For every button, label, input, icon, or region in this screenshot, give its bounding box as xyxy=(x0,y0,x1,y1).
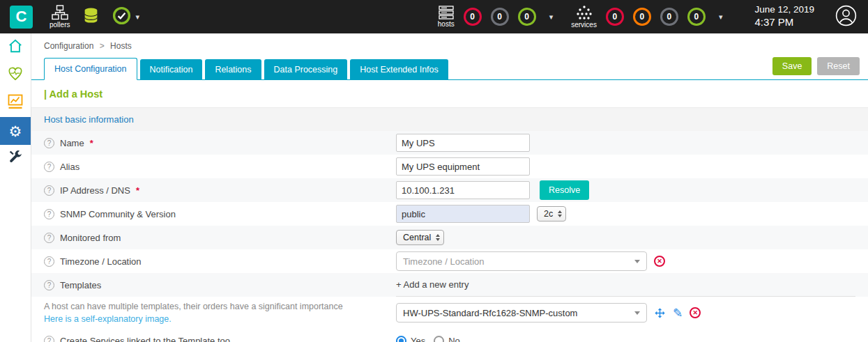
help-icon[interactable]: ? xyxy=(44,138,54,148)
services-icon xyxy=(576,5,593,20)
add-template-entry-link[interactable]: + Add a new entry xyxy=(396,279,469,290)
breadcrumb-hosts[interactable]: Hosts xyxy=(110,41,132,51)
templates-help-block: A host can have multiple templates, thei… xyxy=(44,301,396,325)
monitored-from-label-cell: ? Monitored from xyxy=(44,233,396,243)
required-marker: * xyxy=(136,185,139,196)
sidebar-item-administration[interactable] xyxy=(0,145,31,173)
section-host-basic-information: Host basic information xyxy=(31,107,868,131)
ip-input[interactable] xyxy=(396,181,530,199)
templates-help-link[interactable]: Here is a self-explanatory image. xyxy=(44,313,172,325)
platform-status-menu[interactable]: ▾ xyxy=(112,6,139,28)
tab-relations[interactable]: Relations xyxy=(205,59,261,79)
radio-yes[interactable] xyxy=(396,336,406,342)
topbar: C pollers ▾ hosts 0 0 0 ▾ xyxy=(0,0,868,33)
sidebar-item-home[interactable] xyxy=(0,33,31,61)
form-row-name: ? Name * xyxy=(31,131,868,155)
create-services-radio-group: Yes No xyxy=(396,336,855,342)
clock: June 12, 2019 4:37 PM xyxy=(754,4,814,29)
name-label: Name xyxy=(60,138,84,148)
create-services-label: Create Services linked to the Template t… xyxy=(60,336,230,342)
timezone-label: Timezone / Location xyxy=(60,256,142,267)
tab-host-configuration[interactable]: Host Configuration xyxy=(44,58,137,80)
help-icon[interactable]: ? xyxy=(44,280,54,290)
help-icon[interactable]: ? xyxy=(44,336,54,342)
centreon-logo-letter: C xyxy=(16,8,27,26)
breadcrumb-configuration[interactable]: Configuration xyxy=(44,41,93,51)
select-stepper-icon xyxy=(436,234,440,241)
tabbar: Host Configuration Notification Relation… xyxy=(31,57,868,80)
resolve-button[interactable]: Resolve xyxy=(540,180,589,200)
ip-label: IP Address / DNS xyxy=(60,185,130,196)
current-time: 4:37 PM xyxy=(754,16,814,29)
chevron-down-icon[interactable]: ▾ xyxy=(549,13,554,22)
breadcrumb: Configuration > Hosts xyxy=(31,33,868,57)
snmp-version-value: 2c xyxy=(544,209,553,219)
chevron-down-icon[interactable]: ▾ xyxy=(719,13,723,22)
templates-help-text: A host can have multiple templates, thei… xyxy=(44,301,396,313)
home-icon xyxy=(8,38,23,56)
services-critical-badge[interactable]: 0 xyxy=(606,8,624,26)
snmp-version-select[interactable]: 2c xyxy=(537,206,566,221)
sidebar-item-configuration[interactable]: ⚙ xyxy=(0,117,31,145)
chart-icon xyxy=(8,94,23,112)
hosts-unreachable-badge[interactable]: 0 xyxy=(491,8,509,26)
pollers-menu[interactable]: pollers xyxy=(50,5,70,29)
help-icon[interactable]: ? xyxy=(44,233,54,243)
form-actions: Save Reset xyxy=(772,57,860,79)
template-select[interactable]: HW-UPS-Standard-Rfc1628-SNMP-custom xyxy=(396,303,647,322)
hosts-status-group: hosts 0 0 0 ▾ xyxy=(438,6,553,28)
hosts-label: hosts xyxy=(438,20,455,28)
help-icon[interactable]: ? xyxy=(44,185,54,196)
services-ok-badge[interactable]: 0 xyxy=(687,8,706,26)
hosts-menu[interactable]: hosts xyxy=(438,6,455,28)
alias-input[interactable] xyxy=(396,157,530,176)
delete-template-icon[interactable]: ✕ xyxy=(690,307,701,318)
timezone-placeholder: Timezone / Location xyxy=(403,256,485,267)
sidebar: ⚙ xyxy=(0,33,31,342)
move-template-icon[interactable] xyxy=(654,307,666,319)
radio-no-label[interactable]: No xyxy=(448,336,460,342)
breadcrumb-separator: > xyxy=(100,41,105,51)
services-menu[interactable]: services xyxy=(571,5,597,29)
name-input[interactable] xyxy=(396,134,530,152)
form-row-snmp: ? SNMP Community & Version 2c xyxy=(31,202,868,226)
chevron-down-icon[interactable]: ▾ xyxy=(135,13,139,22)
sidebar-item-reporting[interactable] xyxy=(0,89,31,117)
hosts-up-badge[interactable]: 0 xyxy=(518,8,536,26)
form-row-monitored-from: ? Monitored from Central xyxy=(31,226,868,249)
status-ring-check-icon xyxy=(112,6,131,28)
page-title: | Add a Host xyxy=(31,80,868,107)
form-row-template-entry: A host can have multiple templates, thei… xyxy=(31,297,868,329)
snmp-community-input[interactable] xyxy=(396,205,530,223)
templates-label: Templates xyxy=(60,280,101,290)
main-content: Configuration > Hosts Host Configuration… xyxy=(31,33,868,342)
tab-host-extended-infos[interactable]: Host Extended Infos xyxy=(350,59,448,79)
help-icon[interactable]: ? xyxy=(44,209,54,219)
services-warning-badge[interactable]: 0 xyxy=(633,8,651,26)
services-unknown-badge[interactable]: 0 xyxy=(660,8,678,26)
radio-yes-label[interactable]: Yes xyxy=(411,336,425,342)
help-icon[interactable]: ? xyxy=(44,256,54,267)
save-button[interactable]: Save xyxy=(772,57,812,75)
user-menu[interactable] xyxy=(835,5,857,29)
centreon-logo[interactable]: C xyxy=(10,6,33,29)
tab-notification[interactable]: Notification xyxy=(140,59,203,79)
tab-data-processing[interactable]: Data Processing xyxy=(264,59,348,79)
form-row-alias: ? Alias xyxy=(31,155,868,178)
sidebar-item-monitoring[interactable] xyxy=(0,61,31,89)
required-marker: * xyxy=(90,138,93,148)
radio-no[interactable] xyxy=(434,336,444,342)
monitored-from-label: Monitored from xyxy=(60,233,121,243)
select-stepper-icon xyxy=(558,210,562,217)
clear-timezone-icon[interactable]: ✕ xyxy=(654,256,665,267)
help-icon[interactable]: ? xyxy=(44,162,54,172)
user-avatar-icon xyxy=(835,5,857,29)
reset-button[interactable]: Reset xyxy=(817,57,860,75)
edit-template-icon[interactable]: ✎ xyxy=(673,307,683,319)
hosts-down-badge[interactable]: 0 xyxy=(464,8,482,26)
database-status-menu[interactable] xyxy=(82,7,100,27)
templates-label-cell: ? Templates xyxy=(44,280,396,290)
monitored-from-select[interactable]: Central xyxy=(396,230,444,245)
timezone-select[interactable]: Timezone / Location xyxy=(396,251,647,271)
chevron-down-icon xyxy=(634,260,640,263)
